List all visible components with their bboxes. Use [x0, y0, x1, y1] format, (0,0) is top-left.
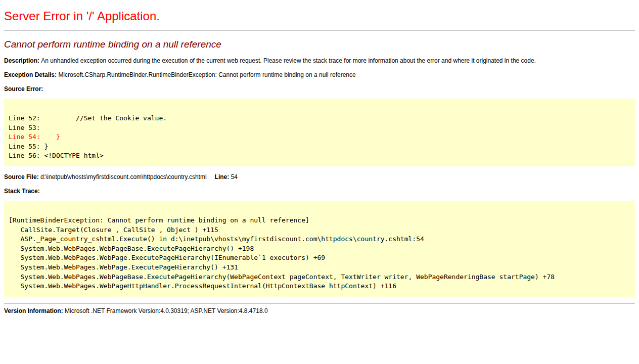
source-file-row: Source File: d:\inetpub\vhosts\myfirstdi… [4, 173, 635, 180]
source-file-path: d:\inetpub\vhosts\myfirstdiscount.com\ht… [40, 173, 207, 180]
error-subtitle: Cannot perform runtime binding on a null… [4, 39, 635, 50]
source-error-label: Source Error: [4, 85, 43, 93]
source-file-label: Source File: [4, 173, 40, 180]
version-info-text: Microsoft .NET Framework Version:4.0.303… [65, 307, 268, 314]
source-code-error-line: Line 54: } [9, 132, 630, 142]
page-title: Server Error in '/' Application. [4, 9, 635, 23]
description-row: Description: An unhandled exception occu… [4, 57, 635, 64]
line-number-value: 54 [231, 173, 238, 180]
version-info-row: Version Information: Microsoft .NET Fram… [4, 307, 635, 314]
source-error-label-row: Source Error: [4, 85, 635, 93]
title-divider [4, 30, 635, 31]
description-label: Description: [4, 57, 41, 64]
source-code-lines-after: Line 55: } Line 56: <!DOCTYPE html> [9, 142, 630, 161]
source-error-box: Line 52: //Set the Cookie value. Line 53… [4, 99, 635, 166]
stack-trace-label: Stack Trace: [4, 188, 40, 195]
exception-details-row: Exception Details: Microsoft.CSharp.Runt… [4, 71, 635, 78]
stack-trace-text: [RuntimeBinderException: Cannot perform … [9, 216, 630, 291]
exception-details-text: Microsoft.CSharp.RuntimeBinder.RuntimeBi… [58, 71, 355, 78]
version-info-label: Version Information: [4, 307, 65, 314]
version-divider [4, 303, 635, 304]
source-code-lines-before: Line 52: //Set the Cookie value. Line 53… [9, 114, 630, 132]
line-number-label: Line: [215, 173, 231, 180]
stack-trace-label-row: Stack Trace: [4, 188, 635, 195]
stack-trace-box: [RuntimeBinderException: Cannot perform … [4, 201, 635, 297]
description-text: An unhandled exception occurred during t… [41, 57, 536, 64]
exception-details-label: Exception Details: [4, 71, 58, 78]
